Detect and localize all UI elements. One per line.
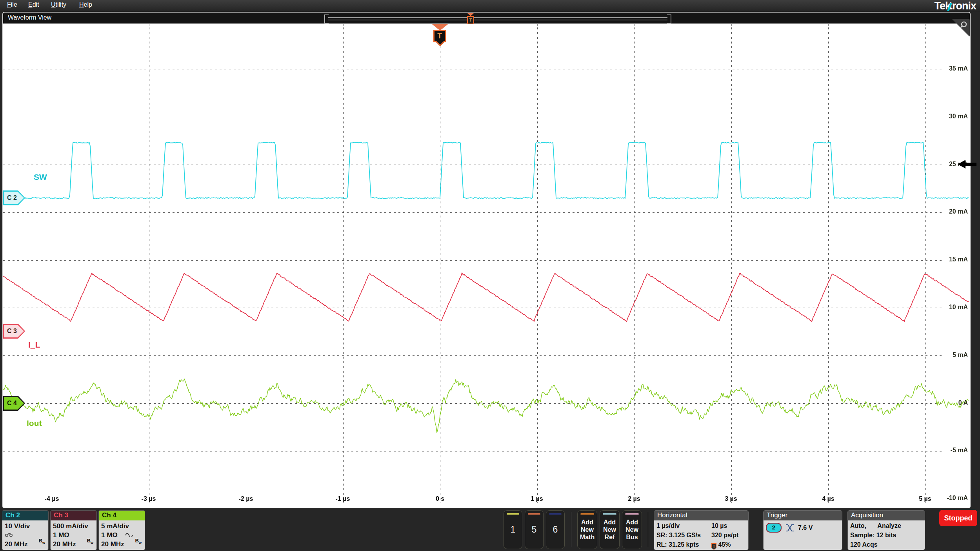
button-5-color-strip	[528, 513, 540, 515]
tektronix-logo: Tektronix	[934, 0, 976, 12]
button-1-color-strip	[507, 513, 519, 515]
trigger-position-icon: T	[711, 543, 716, 550]
add-new-math-button[interactable]: AddNewMath	[577, 510, 597, 549]
badge-body: 5 mA/div 1 MΩ 20 MHz Bw	[99, 520, 145, 550]
channel-badge-ch3[interactable]: Ch 3 500 mA/div 1 MΩ 20 MHz Bw	[50, 510, 97, 550]
badge-header: Ch 4	[99, 511, 145, 520]
acquisition-panel-title: Acquisition	[848, 511, 925, 520]
menu-edit[interactable]: Edit	[28, 1, 39, 8]
button-1[interactable]: 1	[504, 510, 522, 549]
divider	[571, 512, 571, 547]
menu-file[interactable]: File	[7, 1, 17, 8]
button-5[interactable]: 5	[525, 510, 544, 549]
bus-color-strip	[625, 513, 639, 515]
bandwidth-limit-icon: Bw	[135, 536, 142, 547]
horizontal-panel-body: 1 µs/div10 µs SR: 3.125 GS/s320 ps/pt RL…	[654, 520, 748, 550]
resolution: 320 ps/pt	[711, 531, 738, 540]
trigger-position-flag[interactable]: T	[432, 24, 448, 49]
badge-body: 10 V/div 20 MHz Bw	[2, 520, 48, 550]
trigger-source-badge: 2	[766, 523, 782, 533]
add-new-ref-button[interactable]: AddNewRef	[600, 510, 620, 549]
horizontal-scale: 1 µs/div	[656, 522, 680, 529]
ruler-right-bracket	[667, 14, 671, 24]
horizontal-panel[interactable]: Horizontal 1 µs/div10 µs SR: 3.125 GS/s3…	[654, 510, 749, 550]
bottom-control-bar: Ch 2 10 V/div 20 MHz Bw Ch 3 500 mA/div …	[0, 508, 980, 551]
run-stop-status-button[interactable]: Stopped	[939, 510, 977, 526]
divider	[648, 512, 648, 547]
badge-scale: 10 V/div	[5, 522, 46, 531]
acquisition-sample: Sample: 12 bits	[850, 531, 922, 540]
bandwidth-limit-icon: Bw	[39, 536, 45, 547]
horizontal-window: 10 µs	[711, 521, 727, 531]
menu-help[interactable]: Help	[79, 1, 92, 8]
badge-header: Ch 3	[51, 511, 96, 520]
trigger-panel-body: 2 7.6 V	[764, 520, 842, 550]
edge-trigger-icon	[785, 523, 795, 533]
waveform-view-panel: Waveform View T	[2, 12, 971, 509]
acquisition-panel-body: Auto, Analyze Sample: 12 bits 120 Acqs	[848, 520, 925, 550]
ac-coupling-icon	[125, 532, 133, 537]
record-view-ruler[interactable]: T	[324, 14, 671, 22]
badge-scale: 5 mA/div	[101, 522, 142, 531]
sample-rate: SR: 3.125 GS/s	[656, 532, 701, 538]
badge-body: 500 mA/div 1 MΩ 20 MHz Bw	[51, 520, 96, 550]
menu-bar: File Edit Utility Help	[0, 0, 980, 12]
math-color-strip	[580, 513, 594, 515]
ruler-trigger-position-marker[interactable]: T	[467, 13, 474, 25]
acquisition-analyze: Analyze	[877, 522, 901, 529]
badge-scale: 500 mA/div	[53, 522, 94, 531]
ruler-trigger-triangle-icon	[467, 13, 474, 16]
trigger-position-pct: 45%	[718, 541, 731, 548]
button-6[interactable]: 6	[546, 510, 565, 549]
trigger-panel-title: Trigger	[764, 511, 842, 520]
channel-badge-ch2[interactable]: Ch 2 10 V/div 20 MHz Bw	[2, 510, 49, 550]
horizontal-panel-title: Horizontal	[654, 511, 748, 520]
tab-waveform-view[interactable]: Waveform View	[8, 14, 51, 21]
trigger-level: 7.6 V	[798, 523, 813, 533]
ruler-trigger-t-icon: T	[467, 16, 474, 24]
trigger-panel[interactable]: Trigger 2 7.6 V	[763, 510, 842, 550]
ref-color-strip	[603, 513, 616, 515]
menu-utility[interactable]: Utility	[51, 1, 66, 8]
acquisition-mode: Auto,	[850, 522, 866, 529]
arrow-head	[958, 160, 965, 169]
badge-header: Ch 2	[2, 511, 48, 520]
add-new-bus-button[interactable]: AddNewBus	[622, 510, 642, 549]
waveform-view-tab-strip: Waveform View T	[3, 13, 970, 24]
button-6-color-strip	[549, 513, 562, 515]
record-length: RL: 31.25 kpts	[656, 541, 699, 548]
acquisition-panel[interactable]: Acquisition Auto, Analyze Sample: 12 bit…	[847, 510, 925, 550]
ruler-track	[328, 17, 667, 20]
arrow-tail	[965, 163, 976, 166]
trigger-level-arrow-icon[interactable]	[958, 159, 977, 169]
channel-badge-ch4[interactable]: Ch 4 5 mA/div 1 MΩ 20 MHz Bw	[98, 510, 145, 550]
acquisition-count: 120 Acqs	[850, 540, 922, 549]
bandwidth-limit-icon: Bw	[87, 536, 93, 547]
